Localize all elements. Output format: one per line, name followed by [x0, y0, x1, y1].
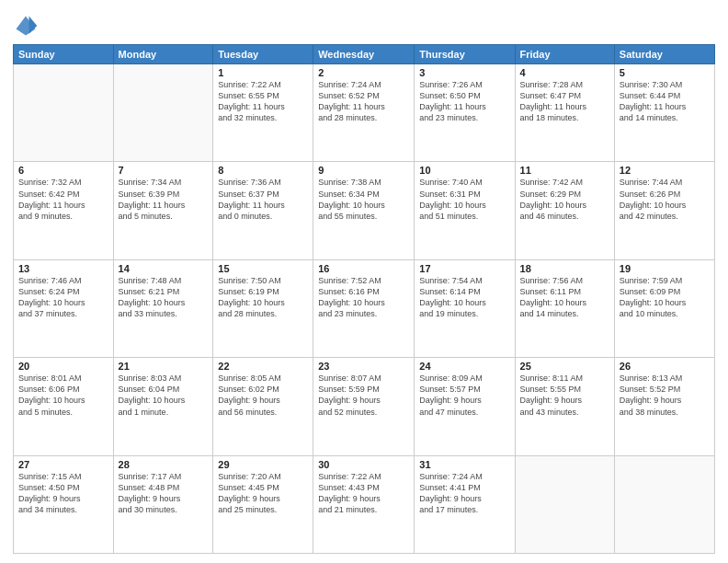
column-header-friday: Friday	[515, 45, 614, 64]
day-info: Sunrise: 8:05 AM Sunset: 6:02 PM Dayligh…	[218, 373, 308, 418]
day-cell: 1Sunrise: 7:22 AM Sunset: 6:55 PM Daylig…	[213, 64, 313, 162]
day-number: 8	[218, 165, 308, 176]
day-info: Sunrise: 7:26 AM Sunset: 6:50 PM Dayligh…	[419, 79, 509, 124]
day-cell: 5Sunrise: 7:30 AM Sunset: 6:44 PM Daylig…	[614, 64, 714, 162]
day-number: 7	[119, 165, 209, 176]
week-row: 20Sunrise: 8:01 AM Sunset: 6:06 PM Dayli…	[14, 358, 715, 455]
day-info: Sunrise: 7:50 AM Sunset: 6:19 PM Dayligh…	[218, 275, 308, 320]
day-number: 30	[318, 459, 409, 470]
column-header-tuesday: Tuesday	[213, 45, 313, 64]
day-info: Sunrise: 8:03 AM Sunset: 6:04 PM Dayligh…	[119, 373, 209, 418]
day-cell	[614, 455, 714, 553]
day-info: Sunrise: 8:01 AM Sunset: 6:06 PM Dayligh…	[18, 373, 108, 418]
day-cell	[113, 64, 213, 162]
week-row: 27Sunrise: 7:15 AM Sunset: 4:50 PM Dayli…	[14, 455, 715, 553]
day-info: Sunrise: 7:22 AM Sunset: 4:43 PM Dayligh…	[318, 471, 409, 516]
day-number: 24	[419, 361, 509, 372]
day-number: 5	[620, 67, 710, 78]
day-number: 29	[218, 459, 308, 470]
day-cell: 16Sunrise: 7:52 AM Sunset: 6:16 PM Dayli…	[313, 259, 415, 357]
day-number: 13	[18, 263, 108, 274]
day-number: 31	[419, 459, 509, 470]
day-cell: 18Sunrise: 7:56 AM Sunset: 6:11 PM Dayli…	[515, 259, 614, 357]
column-header-saturday: Saturday	[614, 45, 714, 64]
day-info: Sunrise: 7:28 AM Sunset: 6:47 PM Dayligh…	[520, 79, 609, 124]
day-info: Sunrise: 8:13 AM Sunset: 5:52 PM Dayligh…	[620, 373, 710, 418]
day-cell: 22Sunrise: 8:05 AM Sunset: 6:02 PM Dayli…	[213, 358, 313, 455]
header	[13, 9, 715, 39]
day-cell: 27Sunrise: 7:15 AM Sunset: 4:50 PM Dayli…	[14, 455, 114, 553]
day-cell: 25Sunrise: 8:11 AM Sunset: 5:55 PM Dayli…	[515, 358, 614, 455]
day-number: 15	[218, 263, 308, 274]
day-cell: 21Sunrise: 8:03 AM Sunset: 6:04 PM Dayli…	[113, 358, 213, 455]
day-cell	[515, 455, 614, 553]
day-info: Sunrise: 7:20 AM Sunset: 4:45 PM Dayligh…	[218, 471, 308, 516]
header-row: SundayMondayTuesdayWednesdayThursdayFrid…	[14, 45, 715, 64]
day-cell: 31Sunrise: 7:24 AM Sunset: 4:41 PM Dayli…	[415, 455, 515, 553]
week-row: 1Sunrise: 7:22 AM Sunset: 6:55 PM Daylig…	[14, 64, 715, 162]
day-cell: 14Sunrise: 7:48 AM Sunset: 6:21 PM Dayli…	[113, 259, 213, 357]
day-info: Sunrise: 7:17 AM Sunset: 4:48 PM Dayligh…	[119, 471, 209, 516]
day-cell: 9Sunrise: 7:38 AM Sunset: 6:34 PM Daylig…	[313, 162, 415, 259]
day-info: Sunrise: 8:09 AM Sunset: 5:57 PM Dayligh…	[419, 373, 509, 418]
day-cell: 13Sunrise: 7:46 AM Sunset: 6:24 PM Dayli…	[14, 259, 114, 357]
day-info: Sunrise: 7:24 AM Sunset: 4:41 PM Dayligh…	[419, 471, 509, 516]
day-cell	[14, 64, 114, 162]
day-info: Sunrise: 8:07 AM Sunset: 5:59 PM Dayligh…	[318, 373, 409, 418]
day-info: Sunrise: 7:36 AM Sunset: 6:37 PM Dayligh…	[218, 177, 308, 222]
day-info: Sunrise: 7:52 AM Sunset: 6:16 PM Dayligh…	[318, 275, 409, 320]
day-number: 17	[419, 263, 509, 274]
day-info: Sunrise: 7:48 AM Sunset: 6:21 PM Dayligh…	[119, 275, 209, 320]
day-cell: 20Sunrise: 8:01 AM Sunset: 6:06 PM Dayli…	[14, 358, 114, 455]
day-info: Sunrise: 7:22 AM Sunset: 6:55 PM Dayligh…	[218, 79, 308, 124]
day-number: 9	[318, 165, 409, 176]
day-number: 25	[520, 361, 609, 372]
week-row: 6Sunrise: 7:32 AM Sunset: 6:42 PM Daylig…	[14, 162, 715, 259]
day-number: 2	[318, 67, 409, 78]
day-info: Sunrise: 7:24 AM Sunset: 6:52 PM Dayligh…	[318, 79, 409, 124]
column-header-thursday: Thursday	[415, 45, 515, 64]
day-number: 12	[620, 165, 710, 176]
day-info: Sunrise: 7:34 AM Sunset: 6:39 PM Dayligh…	[119, 177, 209, 222]
logo	[13, 13, 42, 39]
svg-marker-2	[29, 17, 38, 34]
day-cell: 2Sunrise: 7:24 AM Sunset: 6:52 PM Daylig…	[313, 64, 415, 162]
day-number: 27	[18, 459, 108, 470]
day-cell: 15Sunrise: 7:50 AM Sunset: 6:19 PM Dayli…	[213, 259, 313, 357]
column-header-monday: Monday	[113, 45, 213, 64]
day-number: 23	[318, 361, 409, 372]
day-number: 19	[620, 263, 710, 274]
day-cell: 26Sunrise: 8:13 AM Sunset: 5:52 PM Dayli…	[614, 358, 714, 455]
day-cell: 3Sunrise: 7:26 AM Sunset: 6:50 PM Daylig…	[415, 64, 515, 162]
day-cell: 8Sunrise: 7:36 AM Sunset: 6:37 PM Daylig…	[213, 162, 313, 259]
day-info: Sunrise: 7:30 AM Sunset: 6:44 PM Dayligh…	[620, 79, 710, 124]
day-cell: 17Sunrise: 7:54 AM Sunset: 6:14 PM Dayli…	[415, 259, 515, 357]
day-number: 20	[18, 361, 108, 372]
day-info: Sunrise: 7:44 AM Sunset: 6:26 PM Dayligh…	[620, 177, 710, 222]
day-number: 3	[419, 67, 509, 78]
page: SundayMondayTuesdayWednesdayThursdayFrid…	[0, 0, 728, 563]
day-cell: 10Sunrise: 7:40 AM Sunset: 6:31 PM Dayli…	[415, 162, 515, 259]
day-info: Sunrise: 7:42 AM Sunset: 6:29 PM Dayligh…	[520, 177, 609, 222]
day-info: Sunrise: 7:54 AM Sunset: 6:14 PM Dayligh…	[419, 275, 509, 320]
column-header-wednesday: Wednesday	[313, 45, 415, 64]
day-number: 16	[318, 263, 409, 274]
day-cell: 19Sunrise: 7:59 AM Sunset: 6:09 PM Dayli…	[614, 259, 714, 357]
day-number: 14	[119, 263, 209, 274]
calendar: SundayMondayTuesdayWednesdayThursdayFrid…	[13, 44, 715, 554]
day-info: Sunrise: 7:59 AM Sunset: 6:09 PM Dayligh…	[620, 275, 710, 320]
day-number: 18	[520, 263, 609, 274]
day-number: 4	[520, 67, 609, 78]
day-info: Sunrise: 7:46 AM Sunset: 6:24 PM Dayligh…	[18, 275, 108, 320]
day-info: Sunrise: 7:40 AM Sunset: 6:31 PM Dayligh…	[419, 177, 509, 222]
day-number: 11	[520, 165, 609, 176]
day-info: Sunrise: 8:11 AM Sunset: 5:55 PM Dayligh…	[520, 373, 609, 418]
day-info: Sunrise: 7:15 AM Sunset: 4:50 PM Dayligh…	[18, 471, 108, 516]
day-number: 22	[218, 361, 308, 372]
day-cell: 6Sunrise: 7:32 AM Sunset: 6:42 PM Daylig…	[14, 162, 114, 259]
day-info: Sunrise: 7:56 AM Sunset: 6:11 PM Dayligh…	[520, 275, 609, 320]
day-cell: 23Sunrise: 8:07 AM Sunset: 5:59 PM Dayli…	[313, 358, 415, 455]
day-cell: 28Sunrise: 7:17 AM Sunset: 4:48 PM Dayli…	[113, 455, 213, 553]
day-number: 1	[218, 67, 308, 78]
week-row: 13Sunrise: 7:46 AM Sunset: 6:24 PM Dayli…	[14, 259, 715, 357]
